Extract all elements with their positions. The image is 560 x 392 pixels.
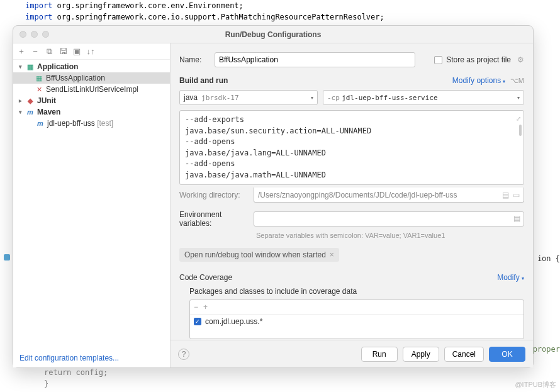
tree-node-application[interactable]: ▾ ▦ Application: [13, 61, 170, 72]
tree-node-maven[interactable]: ▾ m Maven: [13, 106, 170, 118]
edit-configuration-templates-link[interactable]: Edit configuration templates...: [20, 354, 119, 362]
list-icon[interactable]: ▤: [513, 214, 520, 223]
coverage-subheading: Packages and classes to include in cover…: [189, 287, 524, 296]
run-debug-configurations-dialog: Run/Debug Configurations + − ⧉ 🖫 ▣ ↓↑ ▾ …: [13, 25, 534, 368]
modify-options-link[interactable]: Modify options ▾: [452, 76, 506, 85]
code-line: return config;: [44, 367, 108, 378]
name-input[interactable]: [215, 52, 415, 67]
gear-icon[interactable]: ⚙: [517, 55, 524, 64]
minimize-window-icon[interactable]: [31, 31, 38, 38]
truncated-code: ion {: [537, 254, 560, 263]
checkbox-checked-icon[interactable]: ✓: [194, 318, 201, 325]
name-label: Name:: [179, 55, 215, 64]
dialog-title: Run/Debug Configurations: [13, 30, 533, 39]
help-icon[interactable]: ?: [178, 349, 189, 360]
remove-icon[interactable]: −: [194, 303, 198, 311]
import-keyword: import: [25, 13, 52, 21]
working-directory-input[interactable]: /Users/znaoyongping8/Documents/JDL/code/…: [254, 188, 524, 203]
copy-icon[interactable]: ⧉: [45, 47, 53, 56]
classpath-module-selector[interactable]: -cp jdl-uep-bff-uss-service ▾: [323, 90, 524, 105]
scrollbar[interactable]: [519, 125, 522, 136]
env-variables-input[interactable]: [254, 211, 524, 227]
sort-icon[interactable]: ↓↑: [86, 47, 95, 56]
import-keyword: import: [25, 1, 52, 10]
chevron-down-icon: ▾: [17, 109, 23, 115]
remove-icon[interactable]: −: [31, 47, 40, 56]
tree-item-maven-jdluepbffuss[interactable]: m jdl-uep-bff-uss [test]: [13, 118, 170, 129]
store-as-project-file-checkbox[interactable]: [434, 56, 442, 64]
folder-icon[interactable]: ▣: [72, 47, 81, 56]
vm-options-textarea[interactable]: ⤢--add-exports java.base/sun.security.ac…: [179, 110, 524, 185]
expand-icon[interactable]: ⤢: [516, 113, 521, 125]
add-icon[interactable]: +: [17, 47, 26, 56]
code-line: }: [44, 378, 108, 389]
tree-node-junit[interactable]: ▸ ◆ JUnit: [13, 95, 170, 106]
truncated-code: proper: [533, 345, 560, 354]
browse-icon[interactable]: ▭: [513, 191, 520, 199]
build-and-run-heading: Build and run: [179, 76, 228, 85]
tree-item-sendlistlinkurlserviceimpl[interactable]: ✕ SendListLinkUrlServiceImpl: [13, 84, 170, 95]
chevron-down-icon: ▾: [517, 95, 520, 101]
application-icon: ▦: [26, 63, 35, 71]
gutter-icon[interactable]: [4, 254, 10, 260]
chevron-down-icon: ▾: [17, 64, 23, 70]
import-package: org.springframework.core.env.Environment…: [57, 1, 244, 10]
maven-icon: m: [26, 108, 35, 116]
jre-selector[interactable]: java jbrsdk-17 ▾: [179, 90, 318, 105]
titlebar: Run/Debug Configurations: [13, 26, 533, 43]
application-icon: ▦: [35, 74, 43, 82]
save-icon[interactable]: 🖫: [59, 47, 67, 56]
configurations-tree[interactable]: ▾ ▦ Application ▦ BffUssApplication ✕ Se…: [13, 60, 170, 349]
import-package: org.springframework.core.io.support.Path…: [57, 13, 384, 21]
env-hint: Separate variables with semicolon: VAR=v…: [256, 232, 524, 239]
remove-option-icon[interactable]: ×: [330, 250, 334, 259]
cancel-button[interactable]: Cancel: [444, 347, 484, 362]
inline-variables-icon[interactable]: ▤: [502, 191, 509, 199]
modify-options-shortcut: ⌥M: [510, 77, 524, 84]
option-chip-open-tool-window: Open run/debug tool window when started …: [179, 248, 339, 262]
close-window-icon[interactable]: [20, 31, 26, 38]
code-coverage-heading: Code Coverage: [179, 273, 232, 282]
env-variables-label: Environment variables:: [179, 210, 254, 228]
maximize-window-icon[interactable]: [42, 31, 49, 38]
sidebar-toolbar: + − ⧉ 🖫 ▣ ↓↑: [13, 43, 170, 60]
error-overlay-icon: ✕: [35, 86, 43, 94]
chevron-right-icon: ▸: [17, 98, 23, 104]
watermark: @ITPUB博客: [515, 380, 556, 389]
coverage-item[interactable]: ✓ com.jdl.uep.uss.*: [190, 315, 524, 328]
junit-icon: ◆: [26, 97, 35, 105]
apply-button[interactable]: Apply: [403, 347, 439, 362]
dialog-footer: ? Run Apply Cancel OK: [171, 340, 533, 367]
configurations-sidebar: + − ⧉ 🖫 ▣ ↓↑ ▾ ▦ Application ▦ BffUssApp…: [13, 43, 171, 367]
working-directory-label: Working directory:: [179, 191, 254, 199]
tree-item-bffussapplication[interactable]: ▦ BffUssApplication: [13, 72, 170, 84]
modify-coverage-link[interactable]: Modify ▾: [497, 273, 524, 282]
add-icon[interactable]: +: [203, 303, 208, 311]
ok-button[interactable]: OK: [489, 347, 525, 362]
run-button[interactable]: Run: [361, 347, 398, 362]
chevron-down-icon: ▾: [311, 95, 313, 101]
store-as-project-file-label: Store as project file: [446, 55, 511, 64]
coverage-include-table: − + ✓ com.jdl.uep.uss.*: [189, 300, 524, 339]
maven-icon: m: [36, 120, 45, 127]
